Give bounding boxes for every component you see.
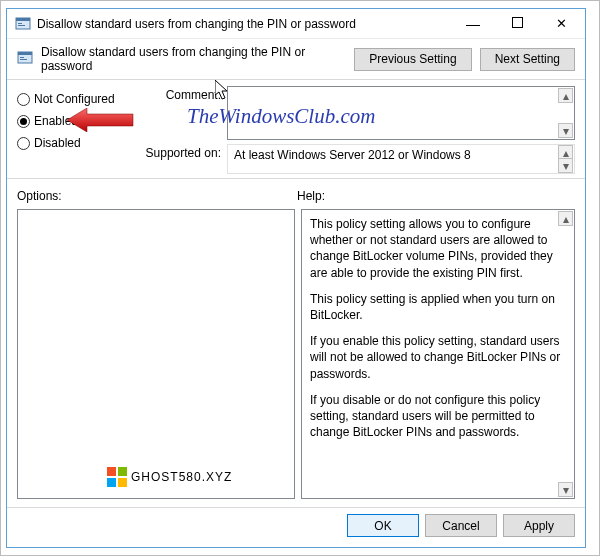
config-row: Not Configured Enabled Disabled Comment:… <box>7 80 585 178</box>
supported-textbox: At least Windows Server 2012 or Windows … <box>227 144 575 174</box>
next-setting-button[interactable]: Next Setting <box>480 48 575 71</box>
outer-frame: Disallow standard users from changing th… <box>0 0 600 556</box>
previous-setting-button[interactable]: Previous Setting <box>354 48 471 71</box>
panels-row: This policy setting allows you to config… <box>7 205 585 507</box>
scroll-down-icon[interactable]: ▾ <box>558 482 573 497</box>
radio-icon <box>17 93 30 106</box>
radio-icon <box>17 137 30 150</box>
svg-rect-1 <box>16 18 30 21</box>
comment-label: Comment: <box>141 86 221 140</box>
help-label: Help: <box>297 189 325 203</box>
supported-value: At least Windows Server 2012 or Windows … <box>234 148 471 162</box>
close-icon: ✕ <box>556 16 567 31</box>
header-bar: Disallow standard users from changing th… <box>7 39 585 79</box>
comment-row: Comment: ▴ ▾ <box>141 86 575 140</box>
fields-col: Comment: ▴ ▾ Supported on: At least Wind… <box>141 86 575 178</box>
state-radios: Not Configured Enabled Disabled <box>17 86 137 178</box>
help-paragraph: This policy setting allows you to config… <box>310 216 566 281</box>
dialog-window: Disallow standard users from changing th… <box>6 8 586 548</box>
radio-icon <box>17 115 30 128</box>
radio-not-configured[interactable]: Not Configured <box>17 92 137 106</box>
svg-rect-6 <box>18 52 32 55</box>
cancel-button[interactable]: Cancel <box>425 514 497 537</box>
svg-rect-7 <box>20 57 24 58</box>
radio-disabled[interactable]: Disabled <box>17 136 137 150</box>
close-button[interactable]: ✕ <box>539 10 583 38</box>
radio-label: Disabled <box>34 136 81 150</box>
maximize-icon <box>512 17 523 31</box>
ok-button[interactable]: OK <box>347 514 419 537</box>
scroll-down-icon[interactable]: ▾ <box>558 158 573 173</box>
options-label: Options: <box>17 189 297 203</box>
scroll-up-icon[interactable]: ▴ <box>558 88 573 103</box>
supported-label: Supported on: <box>141 144 221 174</box>
maximize-button[interactable] <box>495 10 539 38</box>
svg-rect-3 <box>18 25 25 26</box>
help-paragraph: If you disable or do not configure this … <box>310 392 566 441</box>
minimize-button[interactable]: — <box>451 10 495 38</box>
help-paragraph: If you enable this policy setting, stand… <box>310 333 566 382</box>
scroll-down-icon[interactable]: ▾ <box>558 123 573 138</box>
radio-label: Enabled <box>34 114 78 128</box>
apply-button[interactable]: Apply <box>503 514 575 537</box>
window-title: Disallow standard users from changing th… <box>37 17 451 31</box>
help-panel: This policy setting allows you to config… <box>301 209 575 499</box>
titlebar: Disallow standard users from changing th… <box>7 9 585 39</box>
svg-rect-8 <box>20 59 27 60</box>
header-title: Disallow standard users from changing th… <box>41 45 346 73</box>
minimize-icon: — <box>466 16 480 32</box>
svg-rect-4 <box>512 17 522 27</box>
scroll-up-icon[interactable]: ▴ <box>558 211 573 226</box>
svg-rect-2 <box>18 23 22 24</box>
section-labels: Options: Help: <box>7 179 585 205</box>
comment-textarea[interactable]: ▴ ▾ <box>227 86 575 140</box>
radio-label: Not Configured <box>34 92 115 106</box>
button-row: OK Cancel Apply <box>7 507 585 547</box>
supported-row: Supported on: At least Windows Server 20… <box>141 144 575 174</box>
policy-icon-header <box>17 50 33 69</box>
policy-icon <box>15 16 31 32</box>
help-paragraph: This policy setting is applied when you … <box>310 291 566 323</box>
options-panel <box>17 209 295 499</box>
radio-enabled[interactable]: Enabled <box>17 114 137 128</box>
